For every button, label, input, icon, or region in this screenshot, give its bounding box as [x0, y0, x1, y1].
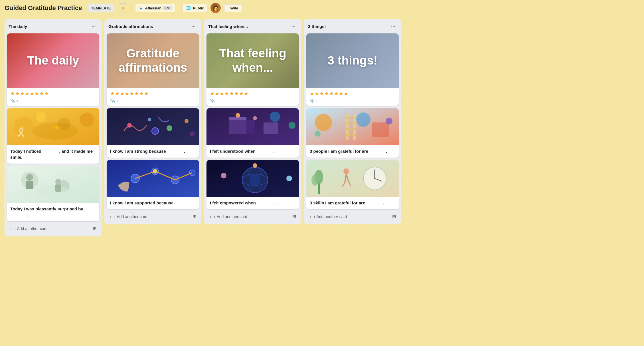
hero-card-image: That feeling when...	[206, 33, 299, 88]
svg-rect-54	[372, 122, 389, 137]
plus-icon: +	[110, 214, 112, 219]
avatar[interactable]: 👩	[210, 3, 221, 13]
card-prompt-text: I felt empowered when _______.	[210, 200, 295, 206]
svg-point-70	[343, 168, 349, 174]
paperclip-icon: 📎	[10, 98, 15, 103]
card-image	[107, 160, 199, 197]
card-text-body: 3 people I am grateful for are _______.	[306, 145, 399, 158]
svg-point-15	[55, 179, 61, 184]
template-card-icon: ⊞	[93, 226, 96, 231]
hero-card[interactable]: That feeling when... ★★★★★★★★ 📎 1	[206, 33, 299, 106]
content-card-card-supported[interactable]: I know I am supported because _______.	[107, 160, 199, 209]
column-menu-button[interactable]: ···	[90, 23, 98, 30]
add-card-label: + + Add another card	[110, 214, 147, 219]
attachment-count: 1	[216, 99, 218, 103]
card-prompt-text: I know I am supported because _______.	[110, 200, 196, 206]
add-card-button[interactable]: + + Add another card ⊞	[107, 212, 199, 222]
column-title: 3 things!	[308, 24, 326, 29]
card-meta: 📎 1	[310, 98, 395, 103]
svg-point-62	[315, 131, 321, 137]
paperclip-icon: 📎	[110, 98, 115, 103]
svg-rect-34	[229, 120, 246, 134]
add-card-label: + + Add another card	[309, 214, 347, 219]
card-text-body: Today I noticed _______, and it made me …	[7, 145, 99, 164]
hero-card-body: ★★★★★★★★ 📎 1	[206, 88, 299, 106]
card-prompt-text: 3 skills I am grateful for are _______.	[310, 200, 395, 206]
content-card-card-people[interactable]: 3 people I am grateful for are _______.	[306, 108, 399, 158]
card-prompt-text: Today I noticed _______, and it made me …	[10, 148, 96, 160]
hero-card-body: ★★★★★★★★ 📎 1	[306, 88, 399, 106]
hero-card-text: The daily	[27, 53, 79, 68]
attachment-count: 1	[316, 99, 318, 103]
divider2	[179, 5, 179, 11]
attachment-count: 1	[16, 99, 18, 103]
svg-point-69	[311, 174, 318, 186]
svg-point-23	[190, 131, 195, 136]
add-card-button[interactable]: + + Add another card ⊞	[206, 212, 299, 222]
svg-point-53	[356, 112, 370, 127]
add-card-text: + Add another card	[313, 214, 347, 219]
content-card-card-surprised[interactable]: Today I was pleasantly surprised by ____…	[7, 166, 99, 221]
svg-text:🎗: 🎗	[15, 126, 27, 139]
content-card-card-skills[interactable]: 3 skills I am grateful for are _______.	[306, 160, 399, 209]
card-prompt-text: I felt understood when _______.	[210, 148, 295, 154]
content-card-card-strong[interactable]: I know I am strong because _______.	[107, 108, 199, 158]
globe-icon: 🌐	[186, 5, 191, 11]
svg-rect-37	[264, 122, 278, 134]
hero-card-body: ★★★★★★★★ 📎 1	[107, 88, 199, 106]
svg-point-49	[253, 163, 257, 168]
svg-rect-60	[346, 134, 356, 136]
card-image	[7, 166, 99, 203]
svg-rect-17	[107, 108, 199, 145]
column-menu-button[interactable]: ···	[289, 23, 297, 30]
add-card-text: + Add another card	[114, 214, 147, 219]
star-button[interactable]: ☆	[118, 3, 128, 13]
hero-card[interactable]: Gratitude affirmations ★★★★★★★★ 📎 1	[107, 33, 199, 106]
ent-badge: ENT	[163, 6, 172, 10]
svg-point-13	[26, 174, 33, 181]
add-card-button[interactable]: + + Add another card ⊞	[306, 212, 399, 222]
content-card-card-understood[interactable]: I felt understood when _______.	[206, 108, 299, 158]
rating-stars: ★★★★★★★★	[310, 90, 395, 97]
hero-card-image: The daily	[7, 33, 99, 88]
svg-rect-24	[107, 160, 199, 197]
svg-rect-67	[318, 183, 320, 194]
card-image	[306, 108, 399, 145]
invite-button[interactable]: Invite	[224, 4, 242, 12]
app-header: Guided Gratitude Practice TEMPLATE ☆ Atl…	[0, 0, 644, 16]
public-badge[interactable]: 🌐 Public	[183, 4, 207, 12]
page-title: Guided Gratitude Practice	[5, 4, 82, 12]
add-card-label: + + Add another card	[209, 214, 247, 219]
card-image: 🎗 ☀	[7, 108, 99, 145]
column-header: That feeling when... ···	[206, 22, 299, 31]
rating-stars: ★★★★★★★★	[10, 90, 96, 97]
rating-stars: ★★★★★★★★	[210, 90, 295, 97]
hero-card-image: Gratitude affirmations	[107, 33, 199, 88]
svg-point-40	[236, 113, 240, 118]
svg-point-21	[185, 119, 189, 123]
svg-point-32	[153, 169, 157, 174]
divider	[131, 5, 132, 11]
rating-stars: ★★★★★★★★	[110, 90, 196, 97]
column-menu-button[interactable]: ···	[389, 23, 397, 30]
svg-rect-9	[7, 166, 99, 203]
column-menu-button[interactable]: ···	[190, 23, 197, 30]
hero-card[interactable]: 3 things! ★★★★★★★★ 📎 1	[306, 33, 399, 106]
svg-point-39	[289, 122, 295, 129]
content-card-card-empowered[interactable]: I felt empowered when _______.	[206, 160, 299, 209]
paperclip-icon: 📎	[310, 98, 315, 103]
add-card-button[interactable]: + + Add another card ⊞	[7, 224, 99, 234]
board: The daily ··· The daily ★★★★★★★★ 📎 1	[0, 16, 644, 346]
add-card-label: + + Add another card	[10, 226, 48, 231]
column-header: Gratitude affirmations ···	[107, 22, 199, 31]
svg-point-50	[249, 174, 261, 186]
card-text-body: I know I am strong because _______.	[107, 145, 199, 158]
plus-icon: +	[309, 214, 311, 219]
template-button[interactable]: TEMPLATE	[88, 4, 114, 12]
hero-card[interactable]: The daily ★★★★★★★★ 📎 1	[7, 33, 99, 106]
svg-point-4	[36, 112, 46, 122]
plus-icon: +	[209, 214, 212, 219]
template-card-icon: ⊞	[292, 214, 296, 219]
content-card-card-noticed[interactable]: 🎗 ☀ Today I noticed _______, and it made…	[7, 108, 99, 164]
card-text-body: Today I was pleasantly surprised by ____…	[7, 203, 99, 221]
